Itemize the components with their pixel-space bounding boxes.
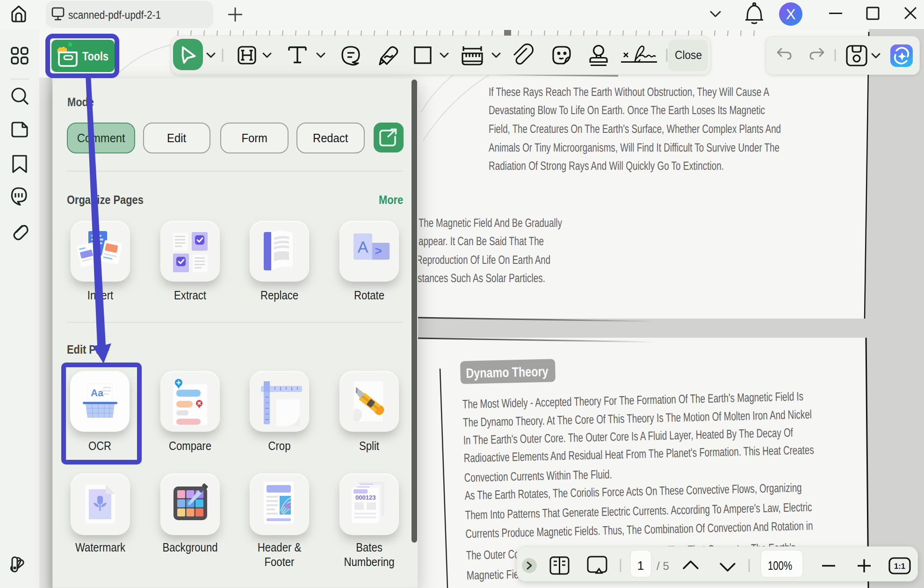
svg-text:000123: 000123 xyxy=(355,494,375,501)
svg-text:Dynamo Theory: Dynamo Theory xyxy=(466,364,549,381)
svg-text:Animals Or Tiny Microorganisms: Animals Or Tiny Microorganisms, Will Fin… xyxy=(489,141,780,154)
svg-text:A: A xyxy=(358,239,368,256)
svg-text:Radiation Of Strong Rays And W: Radiation Of Strong Rays And Will Quickl… xyxy=(489,160,724,173)
svg-text:The Magnetic Field And Be Grad: The Magnetic Field And Be Gradually xyxy=(419,217,562,230)
svg-text:Field, The Creatures On The Ea: Field, The Creatures On The Earth's Surf… xyxy=(489,123,781,136)
svg-text:1:1: 1:1 xyxy=(894,562,905,571)
svg-text:If These Rays Reach The Earth: If These Rays Reach The Earth Without Ob… xyxy=(489,86,769,99)
svg-text:1: 1 xyxy=(637,559,644,573)
svg-text:Devastating Blow To Life On Ea: Devastating Blow To Life On Earth. Once … xyxy=(489,104,765,117)
svg-text:stances Such As Solar Particle: stances Such As Solar Particles. xyxy=(418,272,545,285)
svg-text:scanned-pdf-updf-2-1: scanned-pdf-updf-2-1 xyxy=(68,9,161,22)
svg-text:X: X xyxy=(786,6,796,22)
svg-text:Magnetic Fie: Magnetic Fie xyxy=(466,567,519,582)
svg-text:>: > xyxy=(375,244,382,258)
svg-text:100%: 100% xyxy=(768,559,792,573)
svg-text:Tools: Tools xyxy=(82,49,108,63)
svg-text:Close: Close xyxy=(675,49,702,62)
svg-text:appear. It Can Be Said That Th: appear. It Can Be Said That The xyxy=(419,235,544,248)
svg-text:/ 5: / 5 xyxy=(657,560,669,573)
svg-text:Reproduction Of Life On Earth: Reproduction Of Life On Earth And xyxy=(416,254,550,267)
